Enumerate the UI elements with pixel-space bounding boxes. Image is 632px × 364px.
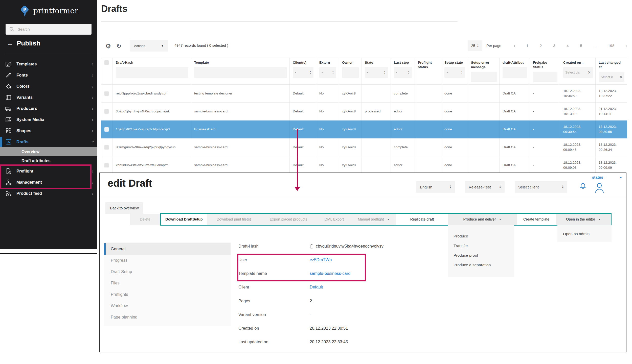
filter-input-setup-error-message[interactable] xyxy=(471,72,497,82)
clear-filter-icon[interactable]: ✕ xyxy=(588,70,591,75)
filter-input-draft-hash[interactable] xyxy=(116,67,188,78)
pager-page-4[interactable]: 4 xyxy=(567,43,569,48)
column-header-draft-hash[interactable]: Draft-Hash xyxy=(113,58,191,85)
export-placed-products-button[interactable]: Export placed products xyxy=(261,214,316,225)
column-header-template[interactable]: Template xyxy=(191,58,290,85)
pager-page-198[interactable]: 198 xyxy=(608,43,614,48)
column-header-setup-state[interactable]: Setup state-▲▼ xyxy=(441,58,468,85)
chevron-left-icon[interactable]: ‹ xyxy=(92,61,93,66)
sidebar-item-templates[interactable]: Templates‹ xyxy=(0,58,97,69)
chevron-down-icon[interactable]: ▼ xyxy=(619,176,622,179)
filter-select-state[interactable]: -▲▼ xyxy=(365,67,388,78)
sidebar-back-publish[interactable]: ← Publish xyxy=(7,39,40,47)
select-all-checkbox[interactable] xyxy=(104,60,109,65)
menu-item-produce-a-separation[interactable]: Produce a separation xyxy=(448,260,514,270)
sidebar-item-shapes[interactable]: Shapes‹ xyxy=(0,125,97,136)
release-select[interactable]: Release-Test ▲▼ xyxy=(465,181,505,193)
settings-gear-icon[interactable]: ⚙ xyxy=(105,42,111,50)
chevron-left-icon[interactable]: ‹ xyxy=(92,117,93,122)
produce-and-deliver-button[interactable]: Produce and deliver▼ xyxy=(448,214,517,225)
row-checkbox[interactable] xyxy=(104,109,109,114)
filter-select-client-s[interactable]: -▲▼ xyxy=(293,67,313,78)
menu-item-open-as-admin[interactable]: Open as admin xyxy=(557,225,612,242)
column-header-preflight-status[interactable]: Preflight status xyxy=(415,58,441,85)
chevron-left-icon[interactable]: ‹ xyxy=(92,128,93,133)
column-header-setup-error-message[interactable]: Setup error message xyxy=(468,58,500,85)
column-header-last-changed-at[interactable]: Last changed atSelect c✕ xyxy=(596,58,627,85)
column-header-draft-attribut[interactable]: draft-Attribut xyxy=(500,58,530,85)
filter-input-draft-attribut[interactable] xyxy=(503,67,527,78)
table-row[interactable]: 1ge0ps621pies5ujur9pfchfpmrkcqi3Business… xyxy=(101,120,627,138)
open-in-the-editor-button[interactable]: Open in the editor▼ xyxy=(556,214,611,225)
pager-next[interactable]: › xyxy=(626,43,627,48)
chevron-left-icon[interactable]: ‹ xyxy=(92,84,93,89)
per-page-select[interactable]: 25 ▲▼ xyxy=(468,40,482,51)
refresh-icon[interactable]: ↻ xyxy=(116,42,121,50)
filter-date-last-changed-at[interactable]: Select c✕ xyxy=(599,72,624,82)
chevron-down-icon[interactable]: ‹ xyxy=(92,139,93,144)
sidebar-item-colors[interactable]: Colors‹ xyxy=(0,81,97,92)
column-header-last-step[interactable]: Last step-▲▼ xyxy=(391,58,415,85)
pager-page-3[interactable]: 3 xyxy=(553,43,555,48)
filter-date-created-on[interactable]: Select da✕ xyxy=(563,67,593,78)
filter-select-extern[interactable]: -▲▼ xyxy=(319,67,336,78)
chevron-left-icon[interactable]: ‹ xyxy=(92,106,93,111)
pager-page-2[interactable]: 2 xyxy=(540,43,542,48)
download-draftsetup-button[interactable]: Download DraftSetup xyxy=(161,214,207,225)
filter-input-template[interactable] xyxy=(194,67,287,78)
table-row[interactable]: is1rmgumdw96awadq2pvp6qlpyngyvunsample-b… xyxy=(101,138,627,156)
copy-icon[interactable] xyxy=(310,244,313,249)
panel-nav-workflow[interactable]: Workflow xyxy=(104,300,231,311)
filter-input-owner[interactable] xyxy=(342,67,359,78)
row-checkbox[interactable] xyxy=(104,163,109,167)
sidebar-item-drafts[interactable]: Drafts‹ xyxy=(0,136,97,147)
column-header-client-s[interactable]: Client(s)-▲▼ xyxy=(290,58,316,85)
panel-nav-files[interactable]: Files xyxy=(104,277,231,289)
back-to-overview-button[interactable]: Back to overview xyxy=(105,202,143,214)
table-row[interactable]: khn3nlutwi3fevtlzx8m5xfej6ekapfmsample-b… xyxy=(101,156,627,174)
sidebar-item-system-media[interactable]: System Media‹ xyxy=(0,114,97,125)
language-select[interactable]: English ▲▼ xyxy=(416,181,455,193)
menu-item-transfer[interactable]: Transfer xyxy=(448,241,514,251)
sidebar-subitem-draft-attributes[interactable]: Draft attributes xyxy=(0,156,97,165)
sidebar-item-fonts[interactable]: Fonts‹ xyxy=(0,69,97,81)
clear-filter-icon[interactable]: ✕ xyxy=(619,75,622,80)
replicate-draft-button[interactable]: Replicate draft xyxy=(396,214,448,225)
sidebar-item-variants[interactable]: Variants‹ xyxy=(0,92,97,103)
notifications-bell-icon[interactable] xyxy=(579,182,586,190)
sidebar-item-producers[interactable]: Producers‹ xyxy=(0,103,97,114)
column-header-freigabe-status[interactable]: Freigabe Status xyxy=(530,58,560,85)
pager-page-5[interactable]: 5 xyxy=(580,43,582,48)
sidebar-item-product-feed[interactable]: Product feed‹ xyxy=(0,188,97,199)
chevron-left-icon[interactable]: ‹ xyxy=(92,95,93,100)
sidebar-subitem-overview[interactable]: Overview xyxy=(0,147,97,156)
column-header-state[interactable]: State-▲▼ xyxy=(362,58,391,85)
panel-nav-preflights[interactable]: Preflights xyxy=(104,289,231,300)
filter-select-setup-state[interactable]: -▲▼ xyxy=(444,67,465,78)
pager-page-...[interactable]: ... xyxy=(594,43,597,48)
row-checkbox[interactable] xyxy=(104,127,109,132)
status-dropdown[interactable]: status xyxy=(592,175,603,179)
pager-prev[interactable]: ‹ xyxy=(514,43,515,48)
filter-select-last-step[interactable]: -▲▼ xyxy=(394,67,412,78)
row-checkbox[interactable] xyxy=(104,145,109,150)
panel-nav-draft-setup[interactable]: Draft-Setup xyxy=(104,266,231,277)
download-print-file-s-button[interactable]: Download print file(s) xyxy=(207,214,261,225)
actions-dropdown[interactable]: Actions ▼ xyxy=(130,40,168,52)
panel-nav-progress[interactable]: Progress xyxy=(104,255,231,266)
menu-item-produce[interactable]: Produce xyxy=(448,231,514,241)
panel-nav-page-planning[interactable]: Page planning xyxy=(104,311,231,323)
idml-export-button[interactable]: IDML Export xyxy=(316,214,351,225)
column-header-owner[interactable]: Owner xyxy=(339,58,362,85)
create-template-button[interactable]: Create template xyxy=(517,214,556,225)
delete-button[interactable]: Delete xyxy=(130,214,160,225)
chevron-left-icon[interactable]: ‹ xyxy=(92,168,93,174)
search-input[interactable]: Search xyxy=(6,24,92,35)
client-select[interactable]: Select client ▲▼ xyxy=(515,181,567,193)
filter-input-freigabe-status[interactable] xyxy=(533,72,557,82)
manual-preflight-button[interactable]: Manual preflight▼ xyxy=(351,214,396,225)
chevron-left-icon[interactable]: ‹ xyxy=(92,191,93,196)
table-row[interactable]: rejol3ppphxjrq1sakcbedirwsdytrpitesting … xyxy=(101,85,627,103)
sort-desc-icon[interactable]: ↓ xyxy=(582,61,584,64)
pager-page-1[interactable]: 1 xyxy=(526,43,528,48)
